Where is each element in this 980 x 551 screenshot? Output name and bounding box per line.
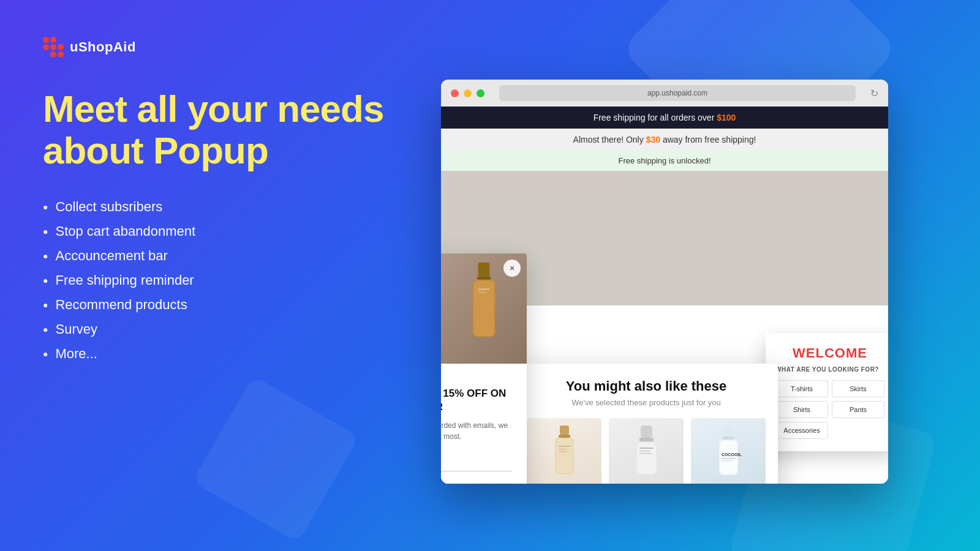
products-grid: Essence $10 BUY NOW xyxy=(527,418,766,484)
svg-rect-25 xyxy=(722,458,736,459)
feature-item: Survey xyxy=(43,321,398,337)
product-image-cream: COCOOIL xyxy=(691,418,766,484)
browser-content: Free shipping for all orders over $100 A… xyxy=(441,107,888,484)
feature-item: More... xyxy=(43,346,398,362)
first-name-input[interactable] xyxy=(441,452,512,471)
shipping-amount: $30 xyxy=(646,135,660,144)
features-list: Collect subsribers Stop cart abandonment… xyxy=(43,199,398,362)
popup-title: YOU'VE UNLOCKED 15% OFF ON YOUR FIRST OR… xyxy=(441,387,512,414)
feature-item: Free shipping reminder xyxy=(43,272,398,288)
svg-rect-18 xyxy=(639,451,650,452)
lotion-bottle-svg xyxy=(630,424,663,479)
popup-description: Don't worry about being bombarded with e… xyxy=(441,420,512,442)
left-panel: uShopAid Meet all your needs about Popup… xyxy=(0,0,441,551)
brand-name: uShopAid xyxy=(70,39,136,55)
svg-rect-20 xyxy=(724,425,733,437)
svg-rect-21 xyxy=(723,437,734,440)
product-card-lotion: Lotion $10 BUY NOW xyxy=(609,418,684,484)
svg-rect-9 xyxy=(556,439,573,473)
svg-rect-14 xyxy=(639,438,654,441)
browser-address-bar[interactable]: app.ushopaid.com xyxy=(499,85,856,101)
headline-line1: Meet all your needs xyxy=(43,88,383,130)
headline-line2: about Popup xyxy=(43,129,268,171)
product-card-essence: Essence $10 BUY NOW xyxy=(527,418,601,484)
svg-rect-5 xyxy=(478,292,487,293)
product-recommendation-popup: You might also like these We've selected… xyxy=(514,364,778,484)
svg-rect-19 xyxy=(639,453,652,454)
browser-window: app.ushopaid.com ↻ Free shipping for all… xyxy=(441,80,888,484)
svg-rect-0 xyxy=(478,263,490,277)
svg-rect-23 xyxy=(720,441,737,474)
product-card-cream: COCOOIL Skin cream $10 BUY NOW xyxy=(691,418,766,484)
svg-rect-26 xyxy=(722,460,733,462)
unlocked-bar: Free shipping is unlocked! xyxy=(441,151,888,171)
product-popup-title: You might also like these xyxy=(527,378,766,394)
category-grid: T-shirts Skirts Shirts Pants Accessories xyxy=(775,380,884,439)
welcome-title: WELCOME xyxy=(775,345,884,361)
category-shirts[interactable]: Shirts xyxy=(775,401,828,418)
logo-area: uShopAid xyxy=(43,37,398,58)
browser-minimize-btn[interactable] xyxy=(464,89,472,97)
svg-rect-4 xyxy=(478,288,490,290)
email-popup: × CONGRATS YOU'VE UNLOCKED 15% OFF ON YO… xyxy=(441,253,527,484)
email-input[interactable] xyxy=(441,479,512,484)
bottle-illustration xyxy=(459,260,508,351)
category-pants[interactable]: Pants xyxy=(832,401,884,418)
popup-congrats-label: CONGRATS xyxy=(441,376,512,383)
announcement-bar: Free shipping for all orders over $100 xyxy=(441,107,888,129)
feature-item: Stop cart abandonment xyxy=(43,223,398,239)
feature-item: Collect subsribers xyxy=(43,199,398,215)
svg-rect-10 xyxy=(559,446,570,447)
announcement-highlight: $100 xyxy=(717,113,736,122)
cream-bottle-svg: COCOOIL xyxy=(712,424,745,479)
feature-item: Recommend products xyxy=(43,297,398,313)
browser-refresh-icon[interactable]: ↻ xyxy=(870,88,878,99)
category-tshirts[interactable]: T-shirts xyxy=(775,380,828,397)
svg-rect-11 xyxy=(559,449,567,450)
category-skirts[interactable]: Skirts xyxy=(832,380,884,397)
product-popup-subtitle: We've selected these products just for y… xyxy=(527,398,766,407)
essence-bottle-svg xyxy=(548,424,581,479)
svg-rect-1 xyxy=(477,277,491,280)
browser-maximize-btn[interactable] xyxy=(477,89,484,97)
svg-rect-7 xyxy=(559,435,570,438)
svg-text:COCOOIL: COCOOIL xyxy=(722,452,742,457)
product-image-lotion xyxy=(609,418,684,484)
svg-rect-17 xyxy=(639,448,654,449)
popup-close-btn[interactable]: × xyxy=(503,260,521,277)
logo-icon xyxy=(43,37,64,58)
svg-rect-13 xyxy=(641,425,652,438)
welcome-popup: WELCOME WHAT ARE YOU LOOKING FOR? T-shir… xyxy=(766,333,888,451)
svg-rect-12 xyxy=(559,451,568,452)
popup-body: CONGRATS YOU'VE UNLOCKED 15% OFF ON YOUR… xyxy=(441,364,527,484)
product-image-essence xyxy=(527,418,601,484)
welcome-subtitle: WHAT ARE YOU LOOKING FOR? xyxy=(775,366,884,373)
browser-close-btn[interactable] xyxy=(451,89,459,97)
svg-rect-6 xyxy=(560,425,569,435)
category-accessories[interactable]: Accessories xyxy=(775,422,828,439)
svg-rect-16 xyxy=(637,443,656,474)
shipping-progress-bar: Almost there! Only $30 away from free sh… xyxy=(441,129,888,151)
browser-titlebar: app.ushopaid.com ↻ xyxy=(441,80,888,107)
feature-item: Accouncement bar xyxy=(43,248,398,264)
headline: Meet all your needs about Popup xyxy=(43,88,398,171)
